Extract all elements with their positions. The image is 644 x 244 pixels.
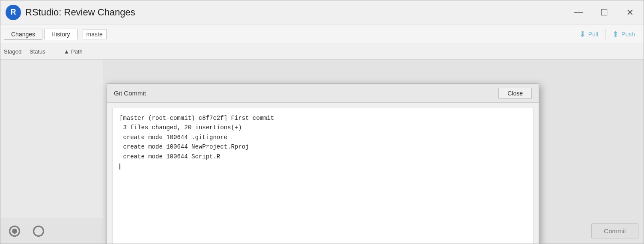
path-sort-arrow: ▲ — [64, 48, 69, 55]
minimize-button[interactable]: — — [570, 4, 587, 21]
window-controls: — ☐ ✕ — [570, 4, 638, 21]
git-output-line2: 3 files changed, 20 insertions(+) — [119, 124, 242, 131]
push-label: Push — [621, 31, 635, 38]
git-output-line4: create mode 100644 NewProject.Rproj — [119, 143, 249, 150]
branch-selector[interactable]: maste — [83, 29, 107, 39]
pull-label: Pull — [588, 31, 598, 38]
status-column-header: Status — [30, 48, 64, 55]
pull-push-separator — [605, 29, 605, 39]
git-output-line3: create mode 100644 .gitignore — [119, 134, 227, 141]
path-column-header: ▲ Path — [64, 48, 640, 55]
dialog-header: Git Commit Close — [107, 84, 539, 103]
pull-button[interactable]: ⬇ Pull — [574, 28, 603, 41]
git-output-line1: [master (root-commit) c8f7c2f] First com… — [119, 115, 274, 122]
pull-push-area: ⬇ Pull ⬆ Push — [574, 28, 640, 41]
dialog-title: Git Commit — [114, 89, 146, 97]
main-window: R RStudio: Review Changes — ☐ ✕ Changes … — [0, 0, 644, 244]
maximize-button[interactable]: ☐ — [596, 4, 613, 21]
history-tab[interactable]: History — [44, 29, 78, 40]
title-bar: R RStudio: Review Changes — ☐ ✕ — [0, 0, 644, 24]
path-label: Path — [71, 48, 83, 55]
staged-column-header: Staged — [4, 48, 30, 55]
rstudio-logo: R — [6, 5, 21, 20]
git-commit-dialog: Git Commit Close [master (root-commit) c… — [107, 83, 539, 244]
content-area: Commit Git Commit Close [master (root-co… — [0, 60, 644, 244]
text-cursor — [119, 164, 120, 170]
toolbar: Changes History maste ⬇ Pull ⬆ Push — [0, 24, 644, 44]
column-headers: Staged Status ▲ Path — [0, 44, 644, 60]
push-icon: ⬆ — [612, 30, 619, 39]
changes-tab[interactable]: Changes — [4, 29, 42, 40]
window-title: RStudio: Review Changes — [25, 7, 570, 18]
push-button[interactable]: ⬆ Push — [607, 28, 640, 41]
git-output-line5: create mode 100644 Script.R — [119, 153, 220, 160]
git-output: [master (root-commit) c8f7c2f] First com… — [112, 108, 534, 244]
dialog-close-button[interactable]: Close — [498, 88, 532, 99]
pull-icon: ⬇ — [579, 30, 586, 39]
close-window-button[interactable]: ✕ — [621, 4, 638, 21]
modal-overlay: Git Commit Close [master (root-commit) c… — [0, 60, 644, 244]
